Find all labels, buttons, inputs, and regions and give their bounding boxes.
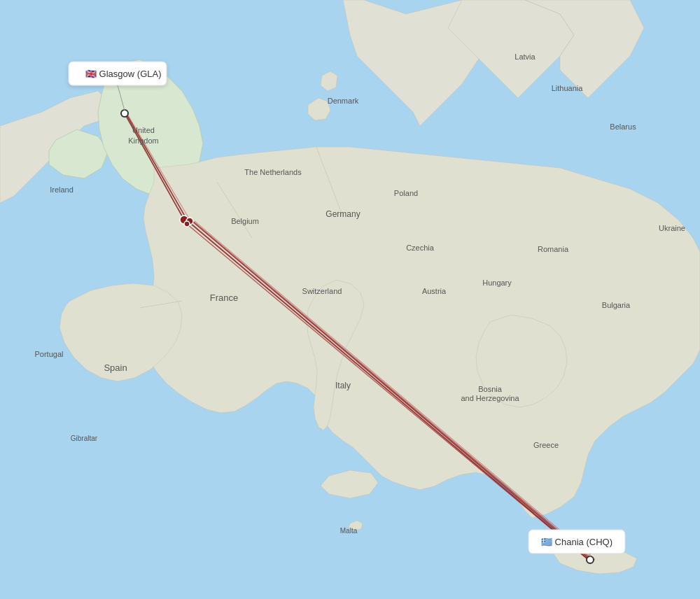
belgium-label: Belgium [231,217,259,225]
switzerland-label: Switzerland [302,287,342,295]
austria-label: Austria [422,287,447,295]
ireland-label: Ireland [50,185,74,194]
gibraltar-label: Gibraltar [71,435,98,442]
svg-point-15 [184,221,190,227]
lithuania-label: Lithuania [552,84,584,92]
czechia-label: Czechia [406,244,435,252]
uk-label-2: Kingdom [128,136,158,145]
malta-label: Malta [340,527,358,535]
bulgaria-label: Bulgaria [602,301,631,309]
poland-label: Poland [394,189,418,197]
germany-label: Germany [326,209,360,219]
greece-label: Greece [533,441,559,449]
italy-label: Italy [335,381,351,390]
latvia-label: Latvia [514,52,536,61]
bosnia-label-2: and Herzegovina [461,394,519,402]
map-svg: Ireland United Kingdom Denmark Latvia Li… [0,0,700,599]
belarus-label: Belarus [610,122,636,131]
ukraine-label: Ukraine [659,224,685,232]
svg-point-16 [587,556,594,563]
spain-label: Spain [104,362,127,373]
netherlands-label: The Netherlands [244,168,302,176]
svg-point-12 [121,110,128,117]
chania-label-text: 🇬🇷 Chania (CHQ) [541,536,612,548]
hungary-label: Hungary [482,279,512,287]
portugal-label: Portugal [35,350,64,358]
map-container: Ireland United Kingdom Denmark Latvia Li… [0,0,700,599]
bosnia-label-1: Bosnia [478,385,503,393]
denmark-label: Denmark [328,97,359,105]
romania-label: Romania [538,245,569,253]
france-label: France [210,293,238,303]
glasgow-label-text: 🇬🇧 Glasgow (GLA) [85,68,161,80]
uk-label-1: United [132,126,155,134]
